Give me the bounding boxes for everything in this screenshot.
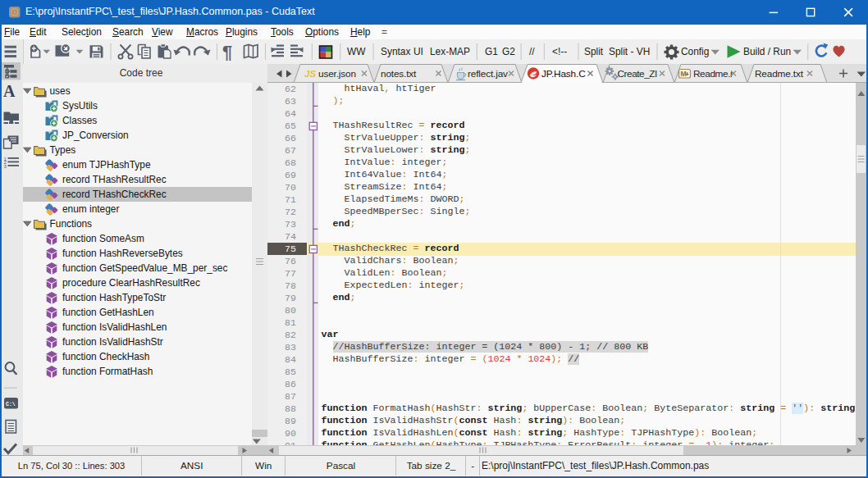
svg-text:¶: ¶ — [222, 42, 232, 62]
